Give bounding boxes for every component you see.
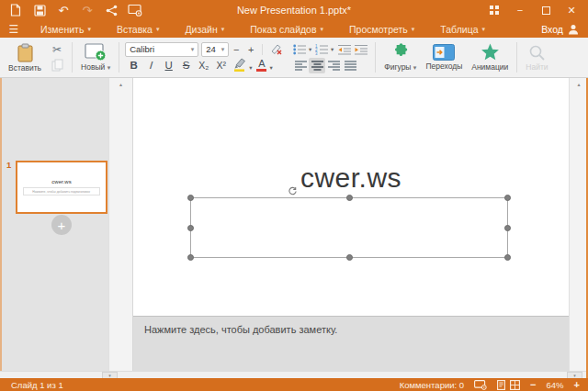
font-color-dropdown[interactable]: ▾ xyxy=(267,64,274,72)
zoom-level-label[interactable]: 64% xyxy=(547,380,564,390)
chevron-down-icon: ▾ xyxy=(412,26,415,33)
strikethrough-button[interactable]: S xyxy=(177,57,195,73)
superscript-button[interactable]: X² xyxy=(212,57,230,73)
resize-handle-nw[interactable] xyxy=(187,195,194,201)
comments-label[interactable]: Комментарии: 0 xyxy=(400,380,464,390)
scissors-icon: ✂ xyxy=(52,43,62,56)
toolbar: Вставить ✂ Новый ▾ Calibri▾ 24▾ − + xyxy=(0,38,588,78)
menu-design[interactable]: Дизайн▾ xyxy=(172,20,237,38)
minimize-button[interactable]: − xyxy=(507,1,533,19)
new-slide-icon xyxy=(85,43,107,61)
resize-handle-ne[interactable] xyxy=(504,195,511,201)
hamburger-menu-button[interactable]: ☰ xyxy=(0,23,28,36)
align-right-icon xyxy=(328,61,340,71)
new-slide-button[interactable]: Новый ▾ xyxy=(76,43,115,72)
presentation-app-window: ↶ ↷ New Presentation 1.pptx* − ✕ ☰ Измен… xyxy=(0,0,588,391)
copy-button[interactable] xyxy=(48,58,66,73)
paste-button[interactable]: Вставить xyxy=(4,43,46,73)
screen-settings-button[interactable] xyxy=(125,1,145,19)
menu-slideshow[interactable]: Показ слайдов▾ xyxy=(237,20,336,38)
window-left-accent xyxy=(0,78,2,371)
slide-sorter-view-icon[interactable] xyxy=(510,380,520,390)
copy-icon xyxy=(51,59,63,72)
subscript-button[interactable]: X₂ xyxy=(195,57,212,73)
font-color-button[interactable]: A xyxy=(254,57,267,73)
login-button[interactable]: Вход xyxy=(541,24,588,35)
share-button[interactable] xyxy=(101,1,121,19)
undo-button[interactable]: ↶ xyxy=(53,1,74,19)
scroll-up-button[interactable]: ▴ xyxy=(570,78,588,89)
normal-view-icon[interactable] xyxy=(497,380,505,390)
save-icon xyxy=(34,5,46,17)
animations-button[interactable]: Анимации xyxy=(467,43,513,72)
slide-title-text[interactable]: cwer.ws xyxy=(133,162,569,194)
scroll-up-button[interactable]: ▴ xyxy=(109,78,132,89)
canvas-scrollbar[interactable]: ▴ xyxy=(569,78,588,371)
clear-formatting-button[interactable] xyxy=(266,42,285,57)
shapes-button[interactable]: Фигуры ▾ xyxy=(379,43,421,72)
font-size-select[interactable]: 24▾ xyxy=(201,42,229,57)
menubar: ☰ Изменить▾ Вставка▾ Дизайн▾ Показ слайд… xyxy=(0,20,588,38)
decrease-indent-button[interactable] xyxy=(336,41,353,57)
justify-button[interactable] xyxy=(342,58,358,73)
menu-table[interactable]: Таблица▾ xyxy=(427,20,498,38)
align-center-button[interactable] xyxy=(309,58,325,73)
font-color-icon: A xyxy=(256,59,266,72)
add-slide-button[interactable]: + xyxy=(51,215,72,235)
maximize-button[interactable] xyxy=(533,1,559,19)
increase-indent-button[interactable] xyxy=(353,41,369,57)
workspace-grid-icon xyxy=(490,6,499,15)
chevron-down-icon: ▾ xyxy=(321,26,324,33)
save-button[interactable] xyxy=(29,1,50,19)
transitions-button[interactable]: Переходы xyxy=(421,44,467,71)
notes-pane[interactable]: Нажмите здесь, чтобы добавить заметку. xyxy=(133,316,569,371)
menu-insert[interactable]: Вставка▾ xyxy=(104,20,173,38)
bold-button[interactable]: B xyxy=(125,57,142,73)
slideshow-settings-button[interactable] xyxy=(474,380,487,390)
align-left-button[interactable] xyxy=(292,58,309,73)
redo-button[interactable]: ↷ xyxy=(77,1,97,19)
chevron-down-icon: ▾ xyxy=(156,26,160,33)
slideshow-icon xyxy=(474,380,487,390)
search-icon xyxy=(528,44,546,61)
align-right-button[interactable] xyxy=(325,58,342,73)
zoom-in-button[interactable]: + xyxy=(574,379,580,390)
resize-handle-e[interactable] xyxy=(504,225,511,231)
slide-thumbnail-1[interactable]: cwer.ws Нажмите, чтобы добавить подзагол… xyxy=(16,161,107,214)
increase-font-button[interactable]: + xyxy=(243,42,258,57)
maximize-icon xyxy=(542,6,550,15)
menu-edit[interactable]: Изменить▾ xyxy=(28,20,104,38)
resize-handle-se[interactable] xyxy=(504,254,511,261)
find-button[interactable]: Найти xyxy=(521,44,552,72)
decrease-font-button[interactable]: − xyxy=(229,42,243,57)
workspace-switcher-button[interactable] xyxy=(481,1,507,19)
slide-number-label: 1 xyxy=(6,160,11,170)
italic-button[interactable]: I xyxy=(141,57,161,73)
bullet-list-button[interactable]: ▾ xyxy=(292,41,314,57)
subtitle-textbox-selected[interactable] xyxy=(190,197,508,258)
bottom-scroll-strip: ▾ ▾ xyxy=(0,371,588,378)
resize-handle-n[interactable] xyxy=(346,195,353,201)
numbered-list-button[interactable]: 123 ▾ xyxy=(314,41,336,57)
indent-icon xyxy=(355,44,368,55)
resize-handle-w[interactable] xyxy=(187,225,194,231)
underline-button[interactable]: U xyxy=(160,57,177,73)
puzzle-icon xyxy=(390,43,410,61)
numbered-list-icon: 123 xyxy=(315,44,328,55)
panel-scrollbar[interactable]: ▴ xyxy=(108,78,133,371)
zoom-out-button[interactable]: − xyxy=(530,379,536,390)
new-document-button[interactable] xyxy=(6,1,26,19)
slide-canvas[interactable]: cwer.ws xyxy=(133,78,569,316)
bullet-list-icon xyxy=(293,44,306,55)
resize-handle-s[interactable] xyxy=(346,254,353,261)
resize-handle-sw[interactable] xyxy=(187,254,194,261)
rotation-handle[interactable] xyxy=(288,186,298,196)
menu-review[interactable]: Просмотреть▾ xyxy=(336,20,427,38)
font-name-select[interactable]: Calibri▾ xyxy=(125,42,198,57)
align-center-icon xyxy=(311,61,323,71)
close-button[interactable]: ✕ xyxy=(559,1,584,19)
highlight-color-button[interactable] xyxy=(230,57,247,73)
share-icon xyxy=(106,5,118,17)
highlight-dropdown[interactable]: ▾ xyxy=(247,64,254,72)
cut-button[interactable]: ✂ xyxy=(48,42,66,58)
